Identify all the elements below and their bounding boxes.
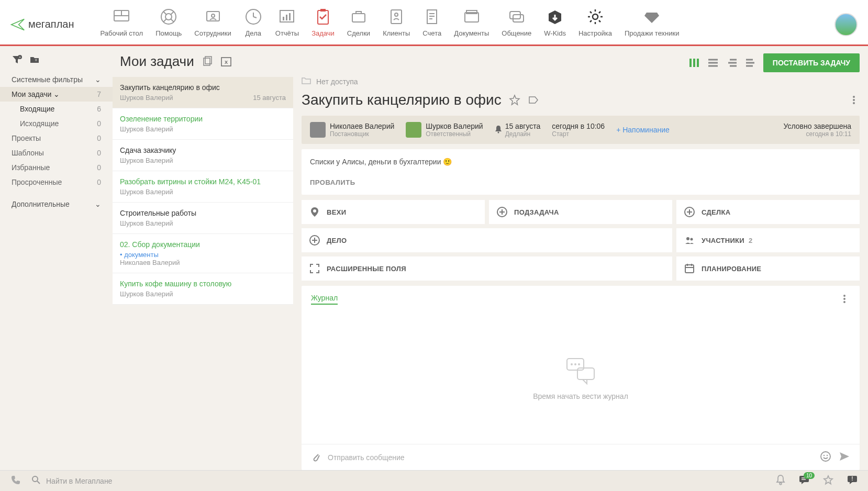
task-card[interactable]: Разобрать витрины и стойки M24, K45-01Шу… (113, 171, 293, 203)
widget-milestones[interactable]: ВЕХИ (302, 200, 485, 224)
task-start: сегодня в 10:06Старт (552, 122, 605, 138)
nav-documents[interactable]: Документы (454, 7, 489, 41)
svg-rect-20 (352, 14, 365, 22)
task-card[interactable]: Купить кофе машину в столовуюШурков Вале… (113, 273, 293, 305)
nav-invoices[interactable]: Счета (422, 7, 441, 41)
star-icon[interactable] (509, 94, 520, 106)
filter-my-tasks[interactable]: Мои задачи ⌄7 (0, 87, 113, 102)
view-columns[interactable] (687, 55, 702, 70)
star-icon[interactable] (823, 475, 833, 487)
nav-tasks[interactable]: Задачи (311, 7, 335, 41)
svg-point-77 (578, 363, 580, 365)
folder-icon (302, 76, 311, 86)
global-search-input[interactable] (46, 477, 765, 485)
widget-todo[interactable]: ДЕЛО (302, 228, 672, 252)
svg-point-82 (32, 476, 38, 482)
widget-ext-fields[interactable]: РАСШИРЕННЫЕ ПОЛЯ (302, 256, 672, 281)
tag-icon[interactable] (528, 94, 539, 106)
widget-subtask[interactable]: ПОДЗАДАЧА (489, 200, 672, 224)
gear-icon (586, 7, 605, 26)
svg-rect-40 (693, 59, 695, 67)
brand-logo[interactable]: мегаплан (10, 17, 74, 32)
svg-point-22 (395, 13, 398, 16)
bell-icon[interactable] (776, 475, 785, 487)
create-task-button[interactable]: ПОСТАВИТЬ ЗАДАЧУ (763, 53, 860, 72)
nav-settings[interactable]: Настройка (578, 7, 612, 41)
task-card-title: Закупить канцелярию в офис (120, 83, 286, 92)
widget-planning[interactable]: ПЛАНИРОВАНИЕ (676, 256, 860, 281)
svg-rect-9 (207, 12, 219, 21)
box-icon (546, 7, 564, 26)
task-assignee[interactable]: Шурков ВалерийОтветственный (406, 122, 483, 138)
svg-rect-41 (697, 59, 699, 67)
filter-templates[interactable]: Шаблоны0 (0, 146, 113, 160)
view-right[interactable] (725, 55, 739, 70)
filter-projects[interactable]: Проекты0 (0, 131, 113, 146)
svg-point-66 (691, 238, 693, 241)
filter-system[interactable]: Системные фильтры⌄ (0, 72, 113, 87)
filter-overdue[interactable]: Просроченные0 (0, 175, 113, 189)
widget-participants[interactable]: УЧАСТНИКИ 2 (676, 228, 860, 252)
nav-deals-activities[interactable]: Дела (244, 7, 263, 41)
journal-tab[interactable]: Журнал (311, 294, 338, 305)
svg-line-13 (253, 17, 257, 18)
fail-button[interactable]: ПРОВАЛИТЬ (310, 178, 851, 186)
task-card[interactable]: Сдача заказчикуШурков Валерий (113, 140, 293, 171)
avatar (406, 122, 421, 138)
nav-help[interactable]: Помощь (155, 7, 182, 41)
task-card-author: Шурков Валерий (120, 157, 173, 164)
nav-reports[interactable]: Отчёты (275, 7, 299, 41)
nav-deals-sales[interactable]: Сделки (347, 7, 370, 41)
svg-text:X: X (225, 60, 228, 65)
emoji-icon[interactable] (820, 451, 831, 464)
attach-icon[interactable] (311, 451, 320, 463)
add-folder-icon[interactable]: + (29, 54, 40, 65)
task-card[interactable]: Строительные работыШурков Валерий (113, 203, 293, 234)
copy-icon[interactable] (202, 56, 213, 68)
svg-line-5 (163, 12, 166, 15)
svg-text:+: + (35, 58, 37, 63)
more-icon[interactable] (848, 94, 860, 106)
filter-favorites[interactable]: Избранные0 (0, 160, 113, 175)
view-list[interactable] (706, 55, 720, 70)
messages-icon[interactable]: 10 (799, 475, 809, 486)
task-card-title: Разобрать витрины и стойки M24, K45-01 (120, 177, 286, 186)
filter-additional[interactable]: Дополнительные⌄ (0, 197, 113, 211)
add-reminder-link[interactable]: + Напоминание (616, 126, 670, 134)
journal-block: Журнал Время начать вести журнал (302, 286, 860, 470)
filter-outgoing[interactable]: Исходящие0 (0, 116, 113, 131)
svg-point-73 (843, 301, 845, 303)
task-card[interactable]: Озеленение территорииШурков Валерий (113, 108, 293, 140)
contacts-icon (387, 7, 406, 26)
view-left[interactable] (743, 55, 758, 70)
nav-clients[interactable]: Клиенты (383, 7, 410, 41)
calendar-icon (684, 263, 695, 274)
chevron-down-icon: ⌄ (53, 90, 60, 98)
send-icon[interactable] (839, 451, 850, 463)
task-deadline[interactable]: 15 августаДедлайн (495, 122, 541, 138)
task-creator[interactable]: Николаев ВалерийПостановщик (310, 122, 394, 138)
pin-icon (309, 206, 320, 218)
svg-rect-36 (205, 57, 212, 64)
filter-incoming[interactable]: Входящие6 (0, 102, 113, 116)
user-avatar[interactable] (834, 13, 858, 36)
phone-icon[interactable] (10, 475, 21, 487)
nav-wkids[interactable]: W-Kids (544, 7, 566, 41)
global-search[interactable] (31, 475, 765, 486)
desktop-icon (112, 7, 131, 26)
expand-icon (309, 263, 320, 274)
nav-desktop[interactable]: Рабочий стол (101, 7, 143, 41)
nav-employees[interactable]: Сотрудники (194, 7, 231, 41)
alert-icon[interactable]: ! (847, 475, 858, 486)
task-card[interactable]: Закупить канцелярию в офисШурков Валерий… (113, 77, 293, 108)
widget-deal[interactable]: СДЕЛКА (676, 200, 860, 224)
more-icon[interactable] (839, 293, 850, 305)
nav-chat[interactable]: Общение (502, 7, 531, 41)
svg-point-53 (853, 102, 855, 104)
filter-icon[interactable]: + (12, 54, 22, 65)
nav-sales-tech[interactable]: Продажи техники (625, 7, 680, 41)
task-card[interactable]: 02. Сбор документациидокументыНиколаев В… (113, 234, 293, 273)
svg-line-8 (171, 19, 174, 22)
excel-export-icon[interactable]: X (220, 56, 232, 68)
compose-input[interactable] (328, 453, 813, 462)
